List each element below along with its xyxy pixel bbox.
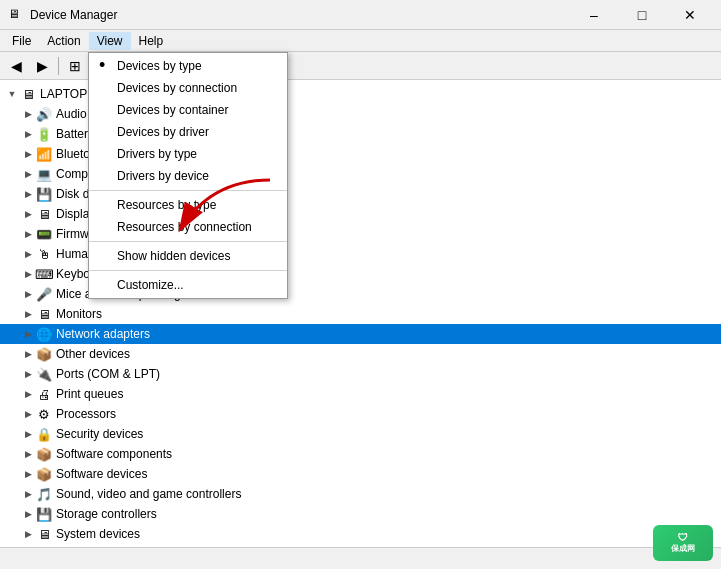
- menu-resources-by-connection[interactable]: Resources by connection: [89, 216, 287, 238]
- monitors-expand-icon: ▶: [20, 306, 36, 322]
- audio-expand-icon: ▶: [20, 106, 36, 122]
- display-expand-icon: ▶: [20, 206, 36, 222]
- ports-icon: 🔌: [36, 366, 52, 382]
- drivers-by-device-label: Drivers by device: [117, 169, 209, 183]
- action-menu[interactable]: Action: [39, 32, 88, 50]
- monitors-icon: 🖥: [36, 306, 52, 322]
- system-expand-icon: ▶: [20, 526, 36, 542]
- mice-icon: 🎤: [36, 286, 52, 302]
- network-expand-icon: ▶: [20, 326, 36, 342]
- menu-devices-by-driver[interactable]: Devices by driver: [89, 121, 287, 143]
- mice-expand-icon: ▶: [20, 286, 36, 302]
- tree-item-usb[interactable]: ▶ 🔌 Universal Serial Bus controllers: [0, 544, 721, 547]
- title-bar-text: Device Manager: [30, 8, 571, 22]
- maximize-button[interactable]: □: [619, 0, 665, 30]
- drivers-by-type-label: Drivers by type: [117, 147, 197, 161]
- keyboards-icon: ⌨: [36, 266, 52, 282]
- show-hidden-label: Show hidden devices: [117, 249, 230, 263]
- hid-expand-icon: ▶: [20, 246, 36, 262]
- title-bar-controls: – □ ✕: [571, 0, 713, 30]
- tree-item-network[interactable]: ▶ 🌐 Network adapters: [0, 324, 721, 344]
- resources-by-type-label: Resources by type: [117, 198, 216, 212]
- minimize-button[interactable]: –: [571, 0, 617, 30]
- watermark-line1: 🛡: [678, 532, 688, 543]
- menu-devices-by-type[interactable]: Devices by type: [89, 55, 287, 77]
- view-menu[interactable]: View: [89, 32, 131, 50]
- tree-item-software-components[interactable]: ▶ 📦 Software components: [0, 444, 721, 464]
- sound-label: Sound, video and game controllers: [56, 487, 241, 501]
- computer-icon: 💻: [36, 166, 52, 182]
- devices-by-connection-label: Devices by connection: [117, 81, 237, 95]
- tree-item-other[interactable]: ▶ 📦 Other devices: [0, 344, 721, 364]
- file-menu[interactable]: File: [4, 32, 39, 50]
- tree-item-software-devices[interactable]: ▶ 📦 Software devices: [0, 464, 721, 484]
- tree-item-processors[interactable]: ▶ ⚙ Processors: [0, 404, 721, 424]
- menu-show-hidden[interactable]: Show hidden devices: [89, 245, 287, 267]
- devices-by-type-label: Devices by type: [117, 59, 202, 73]
- menu-drivers-by-type[interactable]: Drivers by type: [89, 143, 287, 165]
- computer-expand-icon: ▶: [20, 166, 36, 182]
- menu-resources-by-type[interactable]: Resources by type: [89, 194, 287, 216]
- print-expand-icon: ▶: [20, 386, 36, 402]
- tree-item-print[interactable]: ▶ 🖨 Print queues: [0, 384, 721, 404]
- watermark: 🛡 保成网: [653, 525, 713, 561]
- sw-devices-label: Software devices: [56, 467, 147, 481]
- disk-expand-icon: ▶: [20, 186, 36, 202]
- tree-item-system[interactable]: ▶ 🖥 System devices: [0, 524, 721, 544]
- storage-label: Storage controllers: [56, 507, 157, 521]
- storage-expand-icon: ▶: [20, 506, 36, 522]
- tree-item-sound[interactable]: ▶ 🎵 Sound, video and game controllers: [0, 484, 721, 504]
- menu-devices-by-connection[interactable]: Devices by connection: [89, 77, 287, 99]
- other-expand-icon: ▶: [20, 346, 36, 362]
- dropdown-sep-1: [89, 190, 287, 191]
- usb-expand-icon: ▶: [20, 546, 36, 547]
- tree-item-security[interactable]: ▶ 🔒 Security devices: [0, 424, 721, 444]
- security-label: Security devices: [56, 427, 143, 441]
- firmware-expand-icon: ▶: [20, 226, 36, 242]
- ports-label: Ports (COM & LPT): [56, 367, 160, 381]
- forward-button[interactable]: ▶: [30, 54, 54, 78]
- hid-icon: 🖱: [36, 246, 52, 262]
- app-icon: 🖥: [8, 7, 24, 23]
- root-icon: 🖥: [20, 86, 36, 102]
- sw-components-label: Software components: [56, 447, 172, 461]
- root-label: LAPTOP: [40, 87, 87, 101]
- sw-components-expand-icon: ▶: [20, 446, 36, 462]
- menu-devices-by-container[interactable]: Devices by container: [89, 99, 287, 121]
- tree-item-storage[interactable]: ▶ 💾 Storage controllers: [0, 504, 721, 524]
- other-label: Other devices: [56, 347, 130, 361]
- dropdown-sep-3: [89, 270, 287, 271]
- tree-item-ports[interactable]: ▶ 🔌 Ports (COM & LPT): [0, 364, 721, 384]
- network-icon: 🌐: [36, 326, 52, 342]
- sw-devices-expand-icon: ▶: [20, 466, 36, 482]
- menu-drivers-by-device[interactable]: Drivers by device: [89, 165, 287, 187]
- menu-bar: File Action View Help: [0, 30, 721, 52]
- menu-customize[interactable]: Customize...: [89, 274, 287, 296]
- system-icon: 🖥: [36, 526, 52, 542]
- sw-devices-icon: 📦: [36, 466, 52, 482]
- status-bar: [0, 547, 721, 569]
- storage-icon: 💾: [36, 506, 52, 522]
- processors-icon: ⚙: [36, 406, 52, 422]
- root-expand-icon: ▼: [4, 86, 20, 102]
- batteries-expand-icon: ▶: [20, 126, 36, 142]
- resources-by-connection-label: Resources by connection: [117, 220, 252, 234]
- toolbar-separator: [58, 57, 59, 75]
- close-button[interactable]: ✕: [667, 0, 713, 30]
- batteries-icon: 🔋: [36, 126, 52, 142]
- devices-by-driver-label: Devices by driver: [117, 125, 209, 139]
- properties-button[interactable]: ⊞: [63, 54, 87, 78]
- security-icon: 🔒: [36, 426, 52, 442]
- tree-item-monitors[interactable]: ▶ 🖥 Monitors: [0, 304, 721, 324]
- audio-icon: 🔊: [36, 106, 52, 122]
- bluetooth-expand-icon: ▶: [20, 146, 36, 162]
- back-button[interactable]: ◀: [4, 54, 28, 78]
- sound-expand-icon: ▶: [20, 486, 36, 502]
- print-icon: 🖨: [36, 386, 52, 402]
- usb-icon: 🔌: [36, 546, 52, 547]
- monitors-label: Monitors: [56, 307, 102, 321]
- help-menu[interactable]: Help: [131, 32, 172, 50]
- firmware-icon: 📟: [36, 226, 52, 242]
- display-icon: 🖥: [36, 206, 52, 222]
- view-dropdown-menu: Devices by type Devices by connection De…: [88, 52, 288, 299]
